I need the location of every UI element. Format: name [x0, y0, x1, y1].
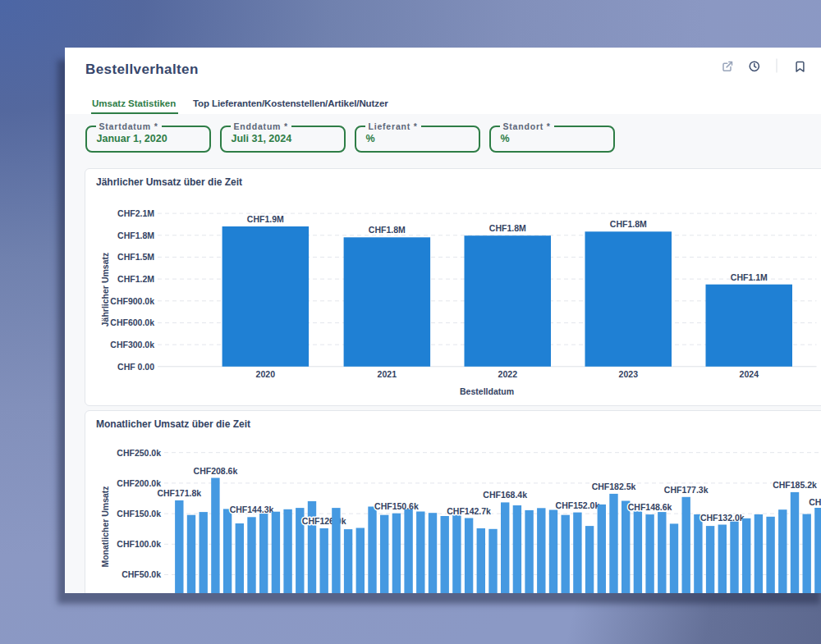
svg-text:CHF150.0k: CHF150.0k	[117, 509, 161, 518]
svg-text:CHF132.0k: CHF132.0k	[700, 513, 745, 523]
svg-text:CHF177.3k: CHF177.3k	[664, 485, 709, 495]
svg-text:2020: 2020	[256, 369, 276, 379]
svg-text:CHF1.9M: CHF1.9M	[247, 214, 284, 224]
svg-text:CHF1.8M: CHF1.8M	[117, 231, 154, 240]
svg-text:CHF185.2k: CHF185.2k	[773, 480, 817, 490]
svg-text:CHF250.0k: CHF250.0k	[117, 448, 161, 458]
svg-text:CHF1.8M: CHF1.8M	[610, 219, 647, 229]
svg-text:CHF1.8M: CHF1.8M	[369, 225, 406, 235]
svg-text:CHF200.0k: CHF200.0k	[117, 478, 161, 488]
svg-text:CHF600.0k: CHF600.0k	[110, 317, 154, 327]
svg-text:CHF 0.00: CHF 0.00	[117, 362, 154, 372]
svg-text:Monatlicher Umsatz: Monatlicher Umsatz	[100, 486, 110, 567]
svg-text:CHF157.0k: CHF157.0k	[809, 497, 821, 507]
svg-text:CHF148.6k: CHF148.6k	[628, 502, 672, 512]
svg-text:CHF1.5M: CHF1.5M	[117, 252, 154, 262]
svg-text:Bestelldatum: Bestelldatum	[460, 386, 514, 396]
svg-text:CHF50.0k: CHF50.0k	[122, 569, 161, 579]
svg-text:CHF1.8M: CHF1.8M	[489, 223, 526, 233]
svg-text:2023: 2023	[619, 369, 639, 379]
svg-text:CHF900.0k: CHF900.0k	[110, 296, 154, 306]
svg-text:2022: 2022	[498, 369, 518, 379]
svg-text:CHF168.4k: CHF168.4k	[483, 490, 527, 500]
svg-text:CHF1.2M: CHF1.2M	[117, 274, 154, 284]
svg-text:CHF2.1M: CHF2.1M	[117, 208, 154, 218]
svg-text:CHF182.5k: CHF182.5k	[592, 482, 636, 491]
svg-text:CHF171.8k: CHF171.8k	[157, 488, 201, 498]
svg-text:CHF300.0k: CHF300.0k	[110, 340, 154, 349]
svg-text:2024: 2024	[740, 369, 759, 379]
svg-text:CHF1.1M: CHF1.1M	[731, 272, 768, 282]
svg-text:CHF152.0k: CHF152.0k	[556, 500, 600, 510]
svg-text:2021: 2021	[378, 369, 397, 379]
svg-text:CHF100.0k: CHF100.0k	[117, 539, 161, 549]
svg-text:CHF208.6k: CHF208.6k	[194, 466, 238, 476]
svg-text:CHF144.3k: CHF144.3k	[230, 505, 274, 514]
svg-text:Jährlicher Umsatz: Jährlicher Umsatz	[100, 253, 110, 327]
svg-text:CHF142.7k: CHF142.7k	[447, 506, 491, 516]
